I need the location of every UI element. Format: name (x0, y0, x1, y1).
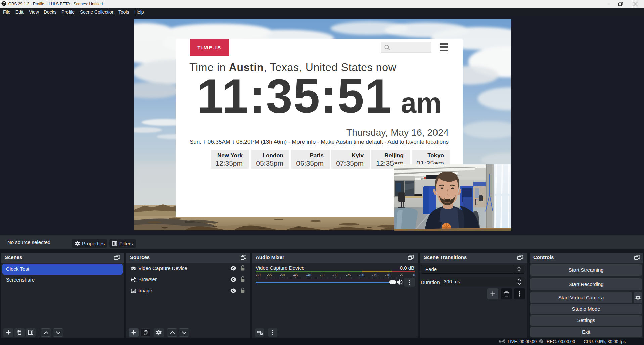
svg-text:-20: -20 (359, 273, 364, 277)
svg-text:0: 0 (413, 273, 415, 277)
svg-text:-50: -50 (280, 273, 285, 277)
svg-text:-55: -55 (267, 273, 272, 277)
svg-text:-45: -45 (293, 273, 298, 277)
svg-text:-30: -30 (333, 273, 338, 277)
svg-text:-5: -5 (400, 273, 403, 277)
svg-text:-60: -60 (256, 273, 261, 277)
svg-text:-15: -15 (372, 273, 377, 277)
svg-text:-40: -40 (306, 273, 311, 277)
svg-text:-10: -10 (385, 273, 390, 277)
svg-text:-25: -25 (346, 273, 351, 277)
svg-text:-35: -35 (320, 273, 325, 277)
